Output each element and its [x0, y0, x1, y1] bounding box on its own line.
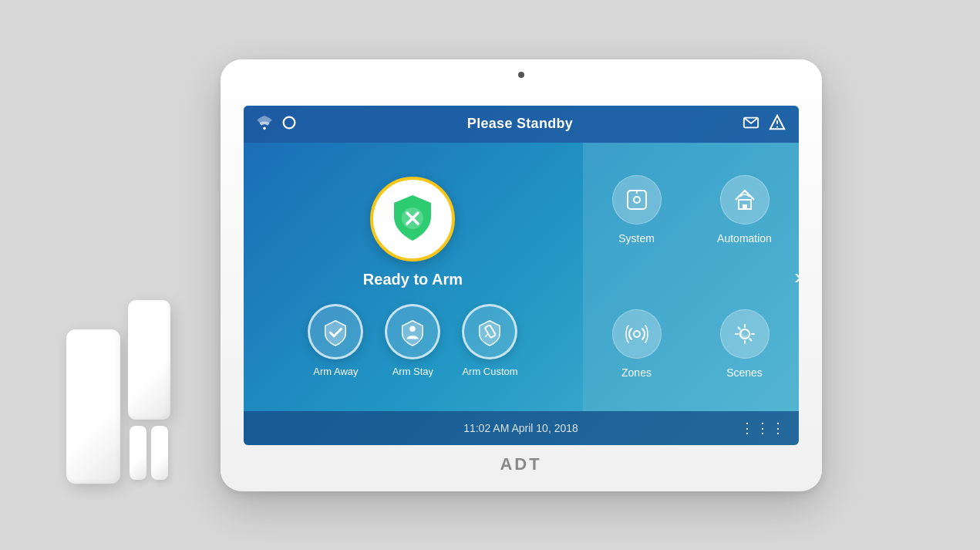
svg-point-9 [410, 326, 416, 332]
status-bar: Please Standby [244, 106, 799, 143]
status-title: Please Standby [467, 116, 573, 132]
automation-icon-circle [720, 175, 770, 224]
scenes-menu-item[interactable]: Scenes [691, 277, 799, 411]
chevron-right-icon[interactable]: › [794, 265, 798, 289]
automation-menu-item[interactable]: Automation [691, 143, 799, 277]
status-right [743, 114, 786, 134]
svg-point-1 [283, 116, 295, 128]
menu-panel: System [583, 143, 799, 411]
sensor-small-1 [130, 426, 146, 480]
alert-icon[interactable] [769, 114, 786, 134]
grid-icon[interactable]: ⋮⋮⋮ [740, 420, 786, 437]
datetime-text: 11:02 AM April 10, 2018 [463, 422, 578, 434]
arm-away-button[interactable]: Arm Away [308, 304, 363, 377]
arm-custom-label: Arm Custom [462, 366, 517, 377]
arm-stay-label: Arm Stay [392, 366, 433, 377]
sensor-large [66, 329, 120, 484]
adt-panel: Please Standby [221, 59, 822, 491]
status-left [256, 114, 298, 134]
svg-line-24 [749, 339, 751, 340]
system-label: System [618, 232, 655, 245]
arm-stay-button[interactable]: Arm Stay [385, 304, 440, 377]
scene: Please Standby [66, 21, 914, 530]
sensor-small-group [130, 426, 168, 480]
system-icon-circle [612, 175, 662, 224]
sensor-small-2 [151, 426, 168, 480]
arm-stay-icon-circle [385, 304, 440, 359]
mail-icon[interactable] [743, 114, 759, 134]
svg-point-0 [263, 127, 266, 130]
screen: Please Standby [244, 106, 799, 445]
system-menu-item[interactable]: System [583, 143, 691, 277]
zones-menu-item[interactable]: Zones [583, 277, 691, 411]
scenes-label: Scenes [726, 366, 763, 379]
scenes-icon-circle [720, 309, 770, 359]
arm-away-label: Arm Away [313, 366, 358, 377]
shield-container: Ready to Arm [363, 177, 463, 288]
bottom-bar: 11:02 AM April 10, 2018 ⋮⋮⋮ [244, 411, 799, 445]
zones-label: Zones [621, 366, 652, 379]
svg-point-13 [634, 197, 640, 203]
ring-icon [281, 114, 298, 134]
sensor-medium [128, 300, 170, 420]
accessories [66, 300, 170, 484]
zones-icon-circle [612, 309, 662, 359]
ready-to-arm-button[interactable] [370, 177, 455, 262]
svg-line-23 [738, 327, 739, 329]
arm-away-icon-circle [308, 304, 363, 359]
camera-dot [518, 72, 524, 78]
wifi-icon [256, 114, 273, 134]
arm-custom-button[interactable]: Arm Custom [462, 304, 517, 377]
ready-label: Ready to Arm [363, 271, 463, 288]
svg-point-5 [776, 126, 778, 127]
svg-point-17 [634, 331, 640, 337]
arm-panel: Ready to Arm Arm Away [244, 143, 583, 411]
svg-rect-16 [743, 204, 747, 209]
arm-buttons: Arm Away [308, 304, 517, 377]
arm-custom-icon-circle [462, 304, 517, 359]
automation-label: Automation [717, 232, 772, 245]
main-content: Ready to Arm Arm Away [244, 143, 799, 411]
adt-logo: ADT [500, 454, 541, 474]
